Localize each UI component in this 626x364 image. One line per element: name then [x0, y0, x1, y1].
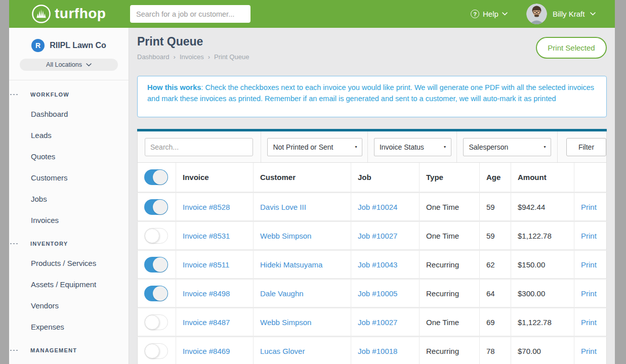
invoice-type: One Time [426, 232, 459, 240]
invoice-age: 78 [486, 347, 495, 355]
screen: turfhop ? Help [0, 0, 626, 364]
print-link[interactable]: Print [581, 318, 597, 327]
invoice-age: 64 [486, 289, 495, 298]
select-arrow-icon: ▾ [444, 145, 446, 149]
breadcrumb-separator: › [208, 53, 210, 61]
toggle-knob [153, 200, 168, 214]
row-select-toggle[interactable] [144, 228, 168, 244]
sidebar-item-expenses[interactable]: Expenses [9, 316, 129, 337]
row-select-toggle[interactable] [144, 257, 168, 272]
table-search-input[interactable] [145, 138, 253, 156]
filter-select-salesperson[interactable]: Salesperson ▾ [463, 138, 551, 156]
sidebar-item-jobs[interactable]: Jobs [9, 188, 129, 209]
invoice-type: Recurring [426, 260, 459, 269]
select-all-toggle[interactable] [144, 169, 168, 185]
chevron-down-icon [502, 12, 508, 16]
invoice-link[interactable]: Invoice #8511 [183, 260, 229, 269]
sidebar-section-label: MANAGEMENT [9, 344, 129, 357]
print-selected-button[interactable]: Print Selected [536, 37, 607, 59]
table-row: Invoice #8469 Lucas Glover Job #10018 Re… [137, 337, 607, 364]
row-select-toggle[interactable] [144, 314, 168, 330]
filter-bar: Not Printed or Sent ▾ Invoice Status ▾ S… [137, 131, 607, 163]
brand-name: turfhop [55, 6, 106, 22]
locations-dropdown[interactable]: All Locations [20, 59, 118, 71]
invoice-link[interactable]: Invoice #8531 [183, 232, 230, 240]
invoice-type: One Time [426, 318, 459, 327]
table-row: Invoice #8528 Davis Love III Job #10024 … [137, 193, 607, 222]
select-arrow-icon: ▾ [355, 145, 357, 149]
note-lead: How this works [147, 83, 201, 92]
invoice-link[interactable]: Invoice #8469 [183, 347, 230, 355]
brand-logo[interactable]: turfhop [31, 0, 106, 28]
user-name: Billy Kraft [553, 10, 585, 18]
filter-button[interactable]: Filter [566, 138, 606, 156]
customer-link[interactable]: Webb Simpson [260, 232, 311, 240]
select-arrow-icon: ▾ [544, 145, 546, 149]
customer-link[interactable]: Dale Vaughn [260, 289, 304, 298]
customer-link[interactable]: Hideki Matsuyama [260, 260, 322, 269]
column-header-amount: Amount [511, 163, 574, 192]
note-body: : Check the checkboxes next to each invo… [147, 83, 594, 103]
toggle-knob [153, 257, 168, 272]
window-margin-right [615, 0, 626, 364]
column-header-actions [574, 163, 606, 192]
window-margin-left [0, 0, 9, 364]
invoice-type: Recurring [426, 347, 459, 355]
breadcrumb-dashboard[interactable]: Dashboard [137, 53, 170, 61]
chevron-down-icon [590, 12, 596, 16]
row-select-toggle[interactable] [144, 199, 168, 215]
table-row: Invoice #8531 Webb Simpson Job #10027 On… [137, 222, 607, 251]
print-link[interactable]: Print [581, 289, 597, 298]
sidebar: R RIIPL Lawn Co All Locations WORKFLOW D… [9, 28, 129, 364]
invoice-type: One Time [426, 203, 459, 211]
main-content: Print Queue Dashboard › Invoices › Print… [129, 28, 615, 364]
row-select-toggle[interactable] [144, 286, 168, 301]
filter-select-printed-status[interactable]: Not Printed or Sent ▾ [267, 138, 362, 156]
company-name: RIIPL Lawn Co [50, 41, 106, 50]
toggle-knob [153, 286, 168, 301]
breadcrumb-print-queue: Print Queue [214, 53, 249, 61]
filter-select-invoice-status[interactable]: Invoice Status ▾ [374, 138, 451, 156]
avatar [526, 4, 547, 24]
sidebar-item-customers[interactable]: Customers [9, 167, 129, 188]
print-link[interactable]: Print [581, 203, 597, 211]
sidebar-item-assets-equipment[interactable]: Assets / Equipment [9, 274, 129, 295]
customer-link[interactable]: Davis Love III [260, 203, 306, 211]
job-link[interactable]: Job #10043 [358, 260, 397, 269]
sidebar-item-quotes[interactable]: Quotes [9, 146, 129, 167]
job-link[interactable]: Job #10024 [358, 203, 397, 211]
help-menu[interactable]: ? Help [471, 0, 508, 28]
breadcrumb-invoices[interactable]: Invoices [180, 53, 204, 61]
user-menu[interactable]: Billy Kraft [526, 0, 596, 28]
section-dashes-icon [10, 350, 18, 351]
sidebar-item-products-services[interactable]: Products / Services [9, 252, 129, 274]
invoice-link[interactable]: Invoice #8487 [183, 318, 230, 327]
job-link[interactable]: Job #10027 [358, 318, 397, 327]
section-dashes-icon [10, 243, 18, 244]
job-link[interactable]: Job #10005 [358, 289, 397, 298]
customer-link[interactable]: Webb Simpson [260, 318, 311, 327]
invoice-age: 59 [486, 203, 495, 211]
print-link[interactable]: Print [581, 232, 597, 240]
row-select-toggle[interactable] [144, 343, 168, 359]
print-link[interactable]: Print [581, 260, 597, 269]
invoice-amount: $1,122.78 [518, 232, 552, 240]
invoice-link[interactable]: Invoice #8498 [183, 289, 230, 298]
job-link[interactable]: Job #10018 [358, 347, 397, 355]
customer-link[interactable]: Lucas Glover [260, 347, 305, 355]
company-switcher[interactable]: R RIIPL Lawn Co [9, 28, 129, 52]
invoice-link[interactable]: Invoice #8528 [183, 203, 230, 211]
column-header-type: Type [420, 163, 480, 192]
print-queue-card: Not Printed or Sent ▾ Invoice Status ▾ S… [137, 129, 607, 364]
sidebar-item-dashboard[interactable]: Dashboard [9, 103, 129, 124]
breadcrumb-separator: › [174, 53, 176, 61]
sidebar-item-leads[interactable]: Leads [9, 124, 129, 146]
print-link[interactable]: Print [581, 347, 597, 355]
global-search-input[interactable] [130, 5, 251, 23]
section-dashes-icon [10, 94, 18, 95]
sidebar-item-invoices[interactable]: Invoices [9, 209, 129, 231]
sidebar-item-vendors[interactable]: Vendors [9, 295, 129, 316]
toggle-knob [153, 170, 168, 185]
sidebar-section-label: INVENTORY [9, 237, 129, 250]
job-link[interactable]: Job #10027 [358, 232, 397, 240]
